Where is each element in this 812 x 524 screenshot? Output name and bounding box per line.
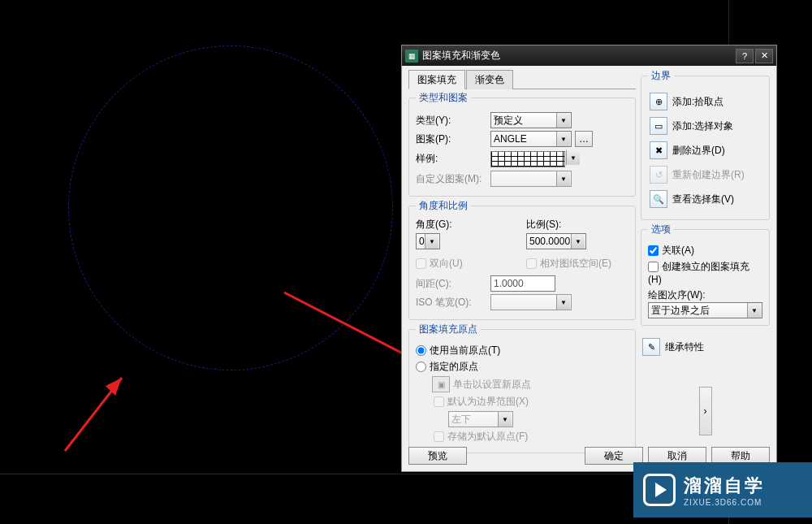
group-options: 选项 关联(A) 创建独立的图案填充(H) 绘图次序(W): 置于边界之后 bbox=[641, 223, 770, 326]
select-type[interactable]: 预定义 bbox=[490, 112, 572, 128]
label-recreate: 重新创建边界(R) bbox=[672, 168, 745, 182]
legend-options: 选项 bbox=[648, 223, 674, 236]
recreate-icon: ↺ bbox=[650, 166, 667, 184]
recreate-boundary-button: ↺重新创建边界(R) bbox=[648, 164, 762, 185]
close-button[interactable]: ✕ bbox=[755, 49, 773, 63]
set-origin-icon: ▣ bbox=[432, 376, 450, 392]
check-independent[interactable] bbox=[648, 262, 659, 272]
label-double: 双向(U) bbox=[430, 258, 463, 269]
watermark-url: ZIXUE.3D66.COM bbox=[684, 498, 765, 507]
input-spacing bbox=[490, 275, 555, 292]
label-custom-pattern: 自定义图案(M): bbox=[416, 172, 486, 186]
view-selection-button[interactable]: 🔍查看选择集(V) bbox=[648, 188, 762, 210]
label-remove: 删除边界(D) bbox=[672, 144, 725, 158]
legend-origin: 图案填充原点 bbox=[416, 323, 481, 336]
legend-boundary: 边界 bbox=[648, 69, 674, 83]
tab-strip: 图案填充 渐变色 bbox=[408, 69, 636, 89]
inherit-icon: ✎ bbox=[642, 338, 660, 356]
cad-circle[interactable] bbox=[68, 45, 393, 370]
label-spacing: 间距(C): bbox=[416, 277, 486, 291]
label-inherit: 继承特性 bbox=[665, 340, 704, 354]
group-origin: 图案填充原点 使用当前原点(T) 指定的原点 ▣ 单击以设置新原点 默认为边界范… bbox=[408, 323, 636, 453]
label-add-pick: 添加:拾取点 bbox=[672, 95, 723, 109]
select-objects-icon: ▭ bbox=[650, 117, 667, 135]
view-selection-icon: 🔍 bbox=[650, 190, 667, 208]
label-assoc: 关联(A) bbox=[662, 245, 694, 256]
radio-specified[interactable] bbox=[416, 362, 426, 372]
label-default-extent: 默认为边界范围(X) bbox=[447, 396, 529, 407]
label-sample: 样例: bbox=[416, 152, 486, 166]
check-double bbox=[416, 258, 426, 269]
select-draw-order[interactable]: 置于边界之后 bbox=[648, 302, 762, 318]
select-angle[interactable]: 0 bbox=[416, 233, 440, 249]
inherit-props-button[interactable]: ✎继承特性 bbox=[641, 336, 770, 357]
titlebar[interactable]: ▦ 图案填充和渐变色 ? ✕ bbox=[402, 45, 776, 66]
radio-use-current[interactable] bbox=[416, 345, 426, 356]
label-relpaper: 相对图纸空间(E) bbox=[540, 258, 611, 269]
select-custom-pattern bbox=[490, 171, 572, 187]
label-draw-order: 绘图次序(W): bbox=[648, 288, 762, 302]
label-scale: 比例(S): bbox=[526, 218, 628, 232]
play-icon bbox=[643, 474, 676, 506]
check-store-default bbox=[434, 431, 444, 442]
label-angle: 角度(G): bbox=[416, 218, 518, 232]
label-add-select: 添加:选择对象 bbox=[672, 119, 733, 133]
select-iso bbox=[490, 294, 572, 310]
select-pattern[interactable]: ANGLE bbox=[490, 131, 572, 147]
hatch-dialog: ▦ 图案填充和渐变色 ? ✕ 图案填充 渐变色 类型和图案 类型(Y): 预定义… bbox=[401, 45, 777, 472]
label-view-sel: 查看选择集(V) bbox=[672, 193, 734, 206]
label-independent: 创建独立的图案填充(H) bbox=[648, 261, 749, 285]
expand-arrow-button[interactable]: › bbox=[699, 387, 712, 435]
pattern-browse-button[interactable]: … bbox=[575, 131, 593, 147]
label-type: 类型(Y): bbox=[416, 114, 486, 128]
tab-gradient[interactable]: 渐变色 bbox=[466, 70, 513, 89]
label-click-set: 单击以设置新原点 bbox=[453, 378, 531, 392]
label-use-current: 使用当前原点(T) bbox=[430, 344, 500, 356]
remove-boundary-icon: ✖ bbox=[650, 141, 667, 159]
add-pick-point-button[interactable]: ⊕添加:拾取点 bbox=[648, 91, 762, 112]
pick-point-icon: ⊕ bbox=[650, 93, 667, 110]
app-icon: ▦ bbox=[405, 50, 418, 63]
group-boundary: 边界 ⊕添加:拾取点 ▭添加:选择对象 ✖删除边界(D) ↺重新创建边界(R) … bbox=[641, 69, 770, 220]
label-iso: ISO 笔宽(O): bbox=[416, 296, 486, 310]
select-extent: 左下 bbox=[448, 411, 513, 427]
check-assoc[interactable] bbox=[648, 245, 659, 256]
group-angle-scale: 角度和比例 角度(G): 0 比例(S): 500.0000 双向(U) 相对图… bbox=[408, 199, 636, 320]
select-scale[interactable]: 500.0000 bbox=[526, 233, 586, 249]
watermark-name: 溜溜自学 bbox=[684, 474, 765, 498]
legend-type-pattern: 类型和图案 bbox=[416, 91, 471, 105]
label-store-default: 存储为默认原点(F) bbox=[447, 431, 528, 442]
dialog-title: 图案填充和渐变色 bbox=[422, 49, 734, 63]
pattern-sample[interactable] bbox=[490, 151, 565, 167]
legend-angle-scale: 角度和比例 bbox=[416, 199, 471, 213]
check-relpaper bbox=[526, 258, 537, 269]
watermark: 溜溜自学 ZIXUE.3D66.COM bbox=[633, 462, 812, 518]
group-type-pattern: 类型和图案 类型(Y): 预定义 图案(P): ANGLE … 样例: bbox=[408, 91, 636, 197]
label-specified: 指定的原点 bbox=[430, 361, 478, 372]
remove-boundary-button[interactable]: ✖删除边界(D) bbox=[648, 140, 762, 161]
preview-button[interactable]: 预览 bbox=[408, 447, 467, 465]
add-select-button[interactable]: ▭添加:选择对象 bbox=[648, 115, 762, 136]
tab-hatch[interactable]: 图案填充 bbox=[408, 70, 465, 89]
help-button[interactable]: ? bbox=[736, 49, 754, 63]
label-pattern: 图案(P): bbox=[416, 132, 486, 146]
check-default-extent bbox=[434, 396, 444, 407]
